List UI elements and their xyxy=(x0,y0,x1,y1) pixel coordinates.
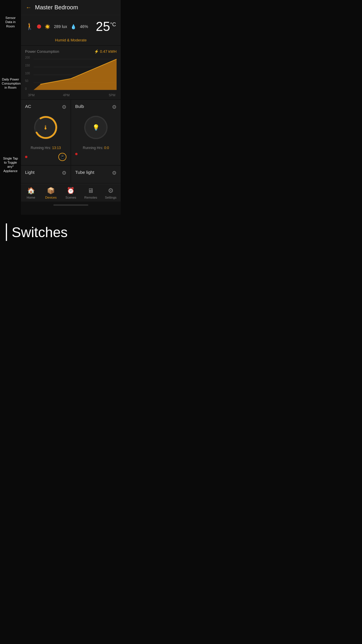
bulb-icon: 💡 xyxy=(92,124,100,131)
condition-label: Humid & Moderate xyxy=(21,37,121,45)
sidebar-power-label: Daily Power Consumption in Room xyxy=(0,76,21,91)
settings-icon: ⚙ xyxy=(108,187,114,195)
ac-circle: 🌡 xyxy=(33,114,59,141)
bulb-settings-icon[interactable]: ⚙ xyxy=(112,104,117,110)
power-chart xyxy=(25,56,117,97)
svg-marker-5 xyxy=(34,59,117,90)
ac-label: AC xyxy=(25,104,31,109)
home-label: Home xyxy=(27,196,35,199)
bolt-icon: ⚡ xyxy=(94,49,99,54)
lux-value: 289 lux xyxy=(54,24,67,29)
home-icon: 🏠 xyxy=(27,187,35,195)
light-card[interactable]: Light ⚙ xyxy=(21,166,71,183)
drop-icon: 💧 xyxy=(71,24,76,29)
devices-grid-bottom: Light ⚙ Tube light ⚙ xyxy=(21,166,121,183)
ac-card-footer: 📱 xyxy=(25,153,66,161)
humidity-value: 46% xyxy=(80,24,88,29)
back-button[interactable]: ← xyxy=(26,4,31,11)
nav-home[interactable]: 🏠 Home xyxy=(23,187,38,199)
devices-icon: 📦 xyxy=(47,187,55,195)
tubelight-card[interactable]: Tube light ⚙ xyxy=(71,166,121,183)
nav-remotes[interactable]: 🖥 Remotes xyxy=(83,187,98,199)
bulb-circle: 💡 xyxy=(83,114,109,141)
chart-container: 0 50 100 150 200 3PM 4PM 5PM xyxy=(25,56,117,97)
tubelight-label: Tube light xyxy=(75,170,94,175)
scenes-label: Scenes xyxy=(66,196,76,199)
bulb-status-dot xyxy=(75,153,78,155)
devices-label: Devices xyxy=(45,196,57,199)
power-title: Power Consumption xyxy=(25,49,59,54)
power-value: ⚡ 0.47 kWH xyxy=(94,49,117,54)
chart-label-3pm: 3PM xyxy=(28,93,35,97)
page-title: Master Bedroom xyxy=(35,4,78,11)
power-section: Power Consumption ⚡ 0.47 kWH 0 50 100 15… xyxy=(21,46,121,99)
bulb-running-hrs: Running Hrs: 0:0 xyxy=(75,146,117,150)
gesture-line xyxy=(53,204,88,206)
bottom-nav: 🏠 Home 📦 Devices ⏰ Scenes 🖥 Remotes ⚙ Se… xyxy=(21,184,121,202)
light-settings-icon[interactable]: ⚙ xyxy=(62,170,66,176)
light-label: Light xyxy=(25,170,35,175)
settings-label: Settings xyxy=(105,196,117,199)
ac-status-dot xyxy=(25,156,27,158)
sidebar-toggle-label: Single Tap to Toggle any* Appliance xyxy=(0,155,21,174)
temperature-value: 25°C xyxy=(96,19,116,34)
chart-label-5pm: 5PM xyxy=(109,93,115,97)
devices-grid: AC ⚙ 🌡 Running Hrs: 13:13 xyxy=(21,100,121,165)
scenes-icon: ⏰ xyxy=(67,187,75,195)
sensor-row: 🚶 ☀️ 289 lux 💧 46% 25°C xyxy=(21,15,121,37)
sun-icon: ☀️ xyxy=(45,24,50,29)
motion-icon: 🚶 xyxy=(26,23,34,30)
nav-settings[interactable]: ⚙ Settings xyxy=(103,187,118,199)
ac-card[interactable]: AC ⚙ 🌡 Running Hrs: 13:13 xyxy=(21,100,71,165)
ac-settings-icon[interactable]: ⚙ xyxy=(62,104,66,110)
nav-scenes[interactable]: ⏰ Scenes xyxy=(63,187,78,199)
bulb-label: Bulb xyxy=(75,104,84,109)
motion-dot xyxy=(37,24,41,29)
sidebar-sensor-label: Sensor Data in Room xyxy=(0,15,21,29)
ac-icon: 🌡 xyxy=(43,124,49,131)
remotes-icon: 🖥 xyxy=(87,187,94,195)
header-bar: ← Master Bedroom xyxy=(21,0,121,15)
tubelight-settings-icon[interactable]: ⚙ xyxy=(112,170,117,176)
bulb-card[interactable]: Bulb ⚙ 💡 Running Hrs: 0:0 xyxy=(71,100,121,165)
nav-devices[interactable]: 📦 Devices xyxy=(43,187,59,199)
ac-remote-icon[interactable]: 📱 xyxy=(58,153,66,161)
bulb-card-footer xyxy=(75,153,117,155)
gesture-bar xyxy=(21,202,121,209)
remotes-label: Remotes xyxy=(84,196,97,199)
y-labels: 0 50 100 150 200 xyxy=(25,56,30,91)
ac-running-hrs: Running Hrs: 13:13 xyxy=(25,146,66,150)
chart-label-4pm: 4PM xyxy=(63,93,70,97)
